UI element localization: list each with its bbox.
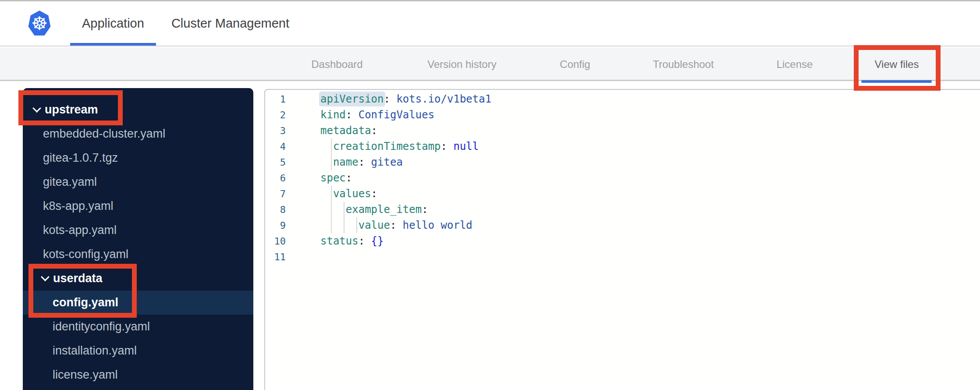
code-line: 7 values: <box>265 186 980 202</box>
tree-item-label: upstream <box>45 103 98 117</box>
tree-item-label: installation.yaml <box>53 344 137 358</box>
code-token: hello world <box>403 219 472 231</box>
tab-application[interactable]: Application <box>70 0 156 46</box>
code-token: kots.io/v1beta1 <box>396 93 491 105</box>
line-number: 8 <box>265 204 286 215</box>
tree-file-license-yaml[interactable]: license.yaml <box>23 363 253 387</box>
subnav-tab-label: Dashboard <box>311 58 362 71</box>
line-number: 5 <box>265 157 286 168</box>
code-token: : <box>346 172 352 184</box>
tree-item-label: userdata <box>53 272 103 285</box>
subnav-tab-label: License <box>777 58 813 71</box>
line-number: 10 <box>265 236 286 247</box>
indent-guide <box>331 186 332 233</box>
line-number: 9 <box>265 220 286 231</box>
tree-file-kots-app-yaml[interactable]: kots-app.yaml <box>23 218 253 242</box>
code-token: : <box>371 188 377 200</box>
line-number: 1 <box>265 94 286 105</box>
code-token <box>390 93 396 105</box>
code-line: 11 <box>265 249 980 265</box>
code-token: : <box>359 235 371 247</box>
code-token: name <box>333 156 359 168</box>
code-token: null <box>453 140 479 152</box>
code-token: : <box>441 140 454 152</box>
code-text: creationTimestamp: null <box>286 140 479 152</box>
tree-file-installation-yaml[interactable]: installation.yaml <box>23 339 253 363</box>
code-token: gitea <box>371 156 403 168</box>
line-number: 2 <box>265 110 286 121</box>
tree-item-label: gitea.yaml <box>43 175 97 189</box>
code-token: : <box>422 203 428 216</box>
subnav-tab-view-files[interactable]: View files <box>875 47 919 81</box>
code-token: : <box>346 109 359 121</box>
window-top-edge <box>0 0 980 1</box>
tree-file-identityconfig-yaml[interactable]: identityconfig.yaml <box>23 315 253 339</box>
line-number: 4 <box>265 141 286 152</box>
tab-label: Application <box>82 16 144 31</box>
code-token: creationTimestamp <box>333 140 441 152</box>
tree-item-label: config.yaml <box>53 296 118 309</box>
tree-item-label: kots-app.yaml <box>43 223 117 237</box>
code-token: ConfigValues <box>359 109 434 121</box>
active-tab-underline <box>70 43 156 46</box>
tree-item-label: gitea-1.0.7.tgz <box>43 151 118 165</box>
tree-file-kots-config-yaml[interactable]: kots-config.yaml <box>23 242 253 266</box>
code-token: spec <box>320 172 346 184</box>
code-token: value <box>359 219 390 231</box>
line-number: 7 <box>265 188 286 199</box>
file-editor[interactable]: 1apiVersion: kots.io/v1beta12kind: Confi… <box>264 89 980 390</box>
code-text: value: hello world <box>286 219 472 231</box>
subnav-tab-license[interactable]: License <box>777 47 813 81</box>
tree-item-label: kots-config.yaml <box>43 248 128 261</box>
tree-file-embedded-cluster-yaml[interactable]: embedded-cluster.yaml <box>23 122 253 146</box>
code-line: 10status: {} <box>265 233 980 249</box>
code-token: values <box>333 188 371 200</box>
tree-file-gitea-1-0-7-tgz[interactable]: gitea-1.0.7.tgz <box>23 146 253 170</box>
indent-guide <box>344 202 344 233</box>
code-lines: 1apiVersion: kots.io/v1beta12kind: Confi… <box>265 91 980 265</box>
line-number: 3 <box>265 125 286 136</box>
subnav-tab-dashboard[interactable]: Dashboard <box>311 47 362 81</box>
subnav-tab-label: Troubleshoot <box>653 58 714 71</box>
code-text: metadata: <box>286 124 377 137</box>
tree-item-label: identityconfig.yaml <box>53 320 150 333</box>
code-token: metadata <box>320 124 371 137</box>
chevron-down-icon <box>32 104 41 113</box>
tab-label: Cluster Management <box>171 16 289 31</box>
tree-folder-userdata[interactable]: userdata <box>23 266 253 291</box>
tree-file-config-yaml[interactable]: config.yaml <box>23 291 253 315</box>
app-nav-tabs: ApplicationCluster Management <box>70 0 301 46</box>
subnav-tab-config[interactable]: Config <box>560 47 590 81</box>
app-header: ☸ ApplicationCluster Management <box>0 0 980 46</box>
subnav-tab-label: Config <box>560 58 590 71</box>
indent-guide <box>331 138 332 170</box>
code-token: : <box>359 156 371 168</box>
subnav-tab-troubleshoot[interactable]: Troubleshoot <box>653 47 714 81</box>
tree-item-label: embedded-cluster.yaml <box>43 127 165 141</box>
code-line: 3metadata: <box>265 123 980 138</box>
tab-cluster-management[interactable]: Cluster Management <box>160 0 301 46</box>
code-text: apiVersion: kots.io/v1beta1 <box>286 93 491 105</box>
indent-guide <box>356 217 357 233</box>
tree-file-k8s-app-yaml[interactable]: k8s-app.yaml <box>23 194 253 218</box>
code-token: {} <box>371 235 384 247</box>
code-token: : <box>371 124 377 137</box>
line-number: 6 <box>265 173 286 184</box>
app-subnav: DashboardVersion historyConfigTroublesho… <box>0 47 980 81</box>
helm-wheel-glyph: ☸ <box>31 14 48 33</box>
code-token: : <box>384 93 390 105</box>
subnav-tab-label: Version history <box>427 58 496 71</box>
code-line: 8 example_item: <box>265 202 980 217</box>
code-token: status <box>320 235 359 247</box>
file-tree-sidebar: upstreamembedded-cluster.yamlgitea-1.0.7… <box>23 88 253 390</box>
code-line: 5 name: gitea <box>265 154 980 170</box>
chevron-down-icon <box>41 273 50 281</box>
tree-folder-upstream[interactable]: upstream <box>23 98 253 122</box>
code-token: kind <box>320 109 346 121</box>
code-token: example_item <box>346 203 422 216</box>
subnav-tab-version-history[interactable]: Version history <box>427 47 496 81</box>
code-line: 6spec: <box>265 170 980 186</box>
code-token: : <box>390 219 403 231</box>
tree-file-gitea-yaml[interactable]: gitea.yaml <box>23 170 253 194</box>
code-text: spec: <box>286 172 352 184</box>
